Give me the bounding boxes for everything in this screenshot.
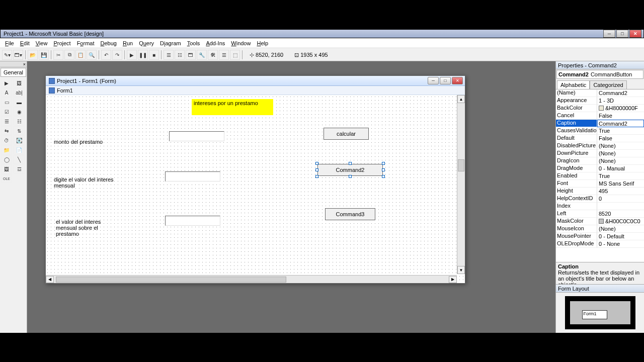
property-row-oledropmode[interactable]: OLEDropMode0 - None <box>556 240 644 248</box>
property-value[interactable]: (None) <box>597 142 644 150</box>
tool-line-icon[interactable]: ╲ <box>14 155 25 164</box>
maximize-button[interactable]: □ <box>616 30 628 38</box>
property-value[interactable] <box>597 203 644 210</box>
label-title[interactable]: intereses por un prestamo <box>192 99 273 115</box>
scroll-left-icon[interactable]: ◀ <box>46 276 54 283</box>
textbox-interes[interactable] <box>165 171 220 182</box>
form-layout-monitor[interactable]: Form1 <box>565 296 635 329</box>
mdi-maximize-button[interactable]: □ <box>440 77 451 84</box>
close-button[interactable]: ✕ <box>629 30 641 38</box>
menu-view[interactable]: View <box>33 39 51 47</box>
property-row-height[interactable]: Height495 <box>556 188 644 195</box>
resize-handle-se[interactable] <box>382 175 385 178</box>
tb-find-icon[interactable]: 🔍 <box>87 50 97 60</box>
tool-vscroll-icon[interactable]: ⇅ <box>14 126 25 135</box>
property-row-font[interactable]: FontMS Sans Serif <box>556 180 644 188</box>
tb-project-explorer-icon[interactable]: ☰ <box>164 50 174 60</box>
menu-run[interactable]: Run <box>120 39 136 47</box>
label-interes[interactable]: digite el valor del interes mensual <box>54 176 114 189</box>
menu-help[interactable]: Help <box>254 39 271 47</box>
tool-hscroll-icon[interactable]: ⇆ <box>1 126 12 135</box>
tb-save-icon[interactable]: 💾 <box>39 50 49 60</box>
form-canvas[interactable]: intereses por un prestamo monto del pres… <box>46 95 465 283</box>
tb-addform-icon[interactable]: 🗔▾ <box>13 50 23 60</box>
tb-objectbrowser-icon[interactable]: 🔧 <box>197 50 207 60</box>
tool-data-icon[interactable]: ☲ <box>14 164 25 173</box>
tb-properties-icon[interactable]: ☷ <box>175 50 185 60</box>
property-row-enabled[interactable]: EnabledTrue <box>556 172 644 180</box>
tb-dataview-icon[interactable]: ☰ <box>219 50 229 60</box>
scroll-right-icon[interactable]: ▶ <box>449 276 457 283</box>
scroll-thumb-v[interactable] <box>458 159 464 171</box>
property-row-default[interactable]: DefaultFalse <box>556 135 644 142</box>
tb-copy-icon[interactable]: ⧉ <box>64 50 74 60</box>
property-value[interactable]: 0 - None <box>597 240 644 248</box>
property-row-dragicon[interactable]: DragIcon(None) <box>556 157 644 165</box>
property-row-downpicture[interactable]: DownPicture(None) <box>556 150 644 157</box>
property-value[interactable]: 8520 <box>597 210 644 218</box>
textbox-monto[interactable] <box>169 131 224 141</box>
property-row-appearance[interactable]: Appearance1 - 3D <box>556 97 644 105</box>
property-row-cancel[interactable]: CancelFalse <box>556 112 644 120</box>
property-value[interactable]: (None) <box>597 157 644 165</box>
property-value[interactable]: 1 - 3D <box>597 97 644 105</box>
button-command2[interactable]: Command2 <box>317 164 383 176</box>
property-value[interactable]: 0 - Manual <box>597 165 644 172</box>
resize-handle-s[interactable] <box>349 175 352 178</box>
property-row-helpcontextid[interactable]: HelpContextID0 <box>556 195 644 203</box>
menu-format[interactable]: Format <box>74 39 98 47</box>
properties-grid[interactable]: (Name)Command2Appearance1 - 3DBackColor&… <box>556 89 644 262</box>
menu-diagram[interactable]: Diagram <box>157 39 184 47</box>
menu-edit[interactable]: Edit <box>17 39 33 47</box>
tool-image-icon[interactable]: 🖼 <box>1 164 12 173</box>
tool-filelistbox-icon[interactable]: 📄 <box>14 145 25 154</box>
menu-window[interactable]: Window <box>228 39 254 47</box>
button-command3[interactable]: Command3 <box>325 208 375 220</box>
property-value[interactable]: False <box>597 112 644 120</box>
tb-stop-icon[interactable]: ■ <box>149 50 159 60</box>
property-row-mouseicon[interactable]: MouseIcon(None) <box>556 225 644 233</box>
property-row-causesvalidation[interactable]: CausesValidationTrue <box>556 127 644 135</box>
property-value[interactable]: &H8000000F <box>597 105 644 112</box>
scroll-thumb-h[interactable] <box>56 277 286 283</box>
tab-alphabetic[interactable]: Alphabetic <box>557 80 590 89</box>
property-row-disabledpicture[interactable]: DisabledPicture(None) <box>556 142 644 150</box>
tool-drivelistbox-icon[interactable]: 💽 <box>14 136 25 145</box>
tab-categorized[interactable]: Categorized <box>590 80 626 89</box>
menu-file[interactable]: File <box>2 39 17 47</box>
tb-undo-icon[interactable]: ↶ <box>101 50 111 60</box>
toolbox-close[interactable]: × <box>0 61 27 67</box>
property-value[interactable]: True <box>597 172 644 180</box>
tb-formlayout-icon[interactable]: 🗔 <box>186 50 196 60</box>
property-value[interactable]: MS Sans Serif <box>597 180 644 188</box>
tb-addproject-icon[interactable]: ✎▾ <box>2 50 12 60</box>
tb-open-icon[interactable]: 📂 <box>28 50 38 60</box>
tool-picturebox-icon[interactable]: 🖼 <box>14 78 25 87</box>
tool-frame-icon[interactable]: ▭ <box>1 98 12 107</box>
tool-optionbutton-icon[interactable]: ◉ <box>14 107 25 116</box>
property-row-dragmode[interactable]: DragMode0 - Manual <box>556 165 644 172</box>
horizontal-scrollbar[interactable]: ◀ ▶ <box>46 275 457 283</box>
textbox-resultado[interactable] <box>165 216 220 226</box>
label-monto[interactable]: monto del prestamo <box>54 139 114 145</box>
resize-handle-e[interactable] <box>382 168 385 171</box>
tool-commandbutton-icon[interactable]: ▬ <box>14 98 25 107</box>
vertical-scrollbar[interactable]: ▲ ▼ <box>457 95 465 274</box>
property-value[interactable]: 0 - Default <box>597 233 644 240</box>
property-row-name[interactable]: (Name)Command2 <box>556 89 644 97</box>
tool-label-icon[interactable]: A <box>1 88 12 97</box>
menu-tools[interactable]: Tools <box>184 39 203 47</box>
toolbox-tab-general[interactable]: General <box>1 68 26 77</box>
tool-dirlistbox-icon[interactable]: 📁 <box>1 145 12 154</box>
resize-handle-w[interactable] <box>315 168 318 171</box>
property-row-caption[interactable]: CaptionCommand2 <box>556 120 644 127</box>
property-value[interactable]: Command2 <box>597 120 644 127</box>
property-value[interactable]: False <box>597 135 644 142</box>
tb-redo-icon[interactable]: ↷ <box>112 50 122 60</box>
button-calcular[interactable]: calcular <box>324 128 369 140</box>
property-row-backcolor[interactable]: BackColor&H8000000F <box>556 105 644 112</box>
resize-handle-ne[interactable] <box>382 162 385 165</box>
tb-cut-icon[interactable]: ✂ <box>53 50 63 60</box>
tb-paste-icon[interactable]: 📋 <box>75 50 86 60</box>
menu-addins[interactable]: Add-Ins <box>203 39 228 47</box>
